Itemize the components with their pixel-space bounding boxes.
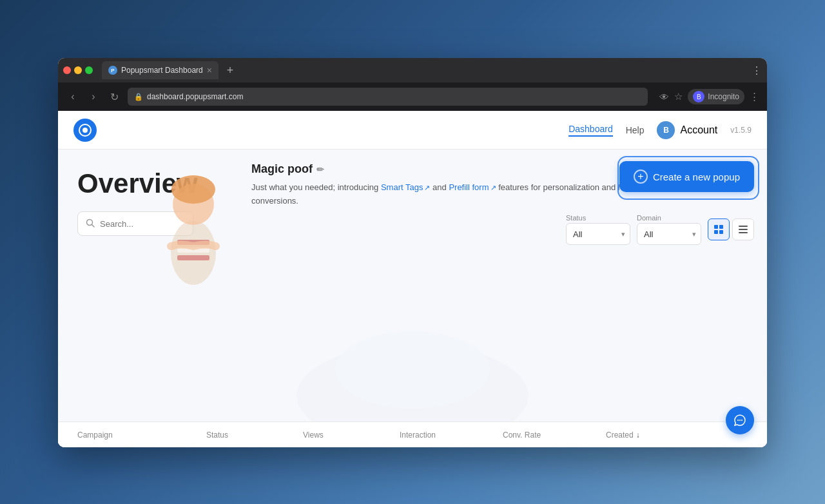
edit-icon: ✏ <box>316 164 324 175</box>
main-content: Overview <box>58 150 767 447</box>
tab-bar: P Popupsmart Dashboard × + ⋮ <box>58 58 767 82</box>
address-bar: ‹ › ↻ 🔒 dashboard.popupsmart.com 👁 ☆ B I… <box>58 82 767 111</box>
promo-text-middle: and <box>432 182 449 192</box>
address-icons: 👁 ☆ B Incognito ⋮ <box>659 89 759 104</box>
traffic-lights <box>63 66 93 74</box>
nav-dashboard[interactable]: Dashboard <box>568 124 613 137</box>
column-created: Created ↓ <box>606 431 640 440</box>
app-content: Dashboard Help B Account v1.5.9 Overview <box>58 111 767 447</box>
search-input[interactable] <box>100 219 185 229</box>
column-status: Status <box>206 431 303 440</box>
status-select-wrapper: All ▾ <box>566 223 630 245</box>
back-button[interactable]: ‹ <box>66 91 80 102</box>
close-window-button[interactable] <box>63 66 71 74</box>
prefill-form-link[interactable]: Prefill form <box>449 181 496 195</box>
create-popup-label: Create a new popup <box>653 171 740 182</box>
promo-text: Just what you needed; introducing Smart … <box>251 181 664 208</box>
promo-section: Magic poof ✏ Just what you needed; intro… <box>251 162 664 208</box>
list-view-button[interactable] <box>732 218 754 240</box>
tab-title: Popupsmart Dashboard <box>121 66 203 75</box>
svg-point-1 <box>82 128 88 133</box>
eye-slash-icon[interactable]: 👁 <box>659 92 669 102</box>
table-header: Campaign Status Views Interaction Conv. … <box>58 422 767 447</box>
minimize-window-button[interactable] <box>74 66 82 74</box>
promo-title-text: Magic poof <box>251 162 313 176</box>
status-label: Status <box>566 214 630 222</box>
tab-close-button[interactable]: × <box>207 65 212 75</box>
incognito-badge[interactable]: B Incognito <box>688 89 744 104</box>
status-select[interactable]: All <box>566 223 630 245</box>
browser-tab-active[interactable]: P Popupsmart Dashboard × <box>102 61 218 79</box>
star-icon[interactable]: ☆ <box>674 91 683 102</box>
column-campaign: Campaign <box>77 431 206 440</box>
address-url: dashboard.popupsmart.com <box>147 92 243 101</box>
browser-menu-button[interactable]: ⋮ <box>752 64 762 77</box>
svg-rect-16 <box>739 232 748 233</box>
column-conv-rate: Conv. Rate <box>503 431 606 440</box>
svg-point-18 <box>335 331 490 409</box>
column-views: Views <box>303 431 400 440</box>
status-filter-group: Status All ▾ <box>566 214 630 245</box>
maximize-window-button[interactable] <box>85 66 93 74</box>
incognito-avatar: B <box>693 91 704 102</box>
reload-button[interactable]: ↻ <box>107 91 121 103</box>
domain-select-wrapper: All ▾ <box>637 223 701 245</box>
browser-options-icon[interactable]: ⋮ <box>750 91 759 102</box>
filters-row: Status All ▾ Domain All ▾ <box>566 214 754 245</box>
domain-select[interactable]: All <box>637 223 701 245</box>
tab-favicon: P <box>108 66 117 75</box>
search-icon <box>86 218 95 229</box>
address-input[interactable]: 🔒 dashboard.popupsmart.com <box>128 88 648 106</box>
svg-line-3 <box>92 224 95 227</box>
promo-title: Magic poof ✏ <box>251 162 664 176</box>
svg-rect-10 <box>714 225 718 229</box>
svg-rect-8 <box>177 247 209 253</box>
top-nav: Dashboard Help B Account v1.5.9 <box>58 111 767 150</box>
column-interaction: Interaction <box>400 431 503 440</box>
create-popup-button[interactable]: + Create a new popup <box>619 161 754 192</box>
grid-view-button[interactable] <box>708 218 730 240</box>
svg-rect-9 <box>177 255 209 260</box>
chat-button[interactable] <box>726 406 754 434</box>
svg-point-20 <box>739 420 741 421</box>
app-version: v1.5.9 <box>730 126 752 135</box>
browser-window: P Popupsmart Dashboard × + ⋮ ‹ › ↻ 🔒 das… <box>58 58 767 447</box>
domain-label: Domain <box>637 214 701 222</box>
svg-rect-12 <box>714 230 718 234</box>
svg-rect-7 <box>177 240 209 245</box>
svg-point-17 <box>296 344 529 422</box>
nav-account[interactable]: B Account <box>657 121 717 139</box>
plus-circle-icon: + <box>634 170 648 184</box>
svg-rect-11 <box>719 225 723 229</box>
account-label: Account <box>680 124 717 136</box>
svg-rect-15 <box>739 229 748 230</box>
svg-rect-13 <box>719 230 723 234</box>
smart-tags-link[interactable]: Smart Tags <box>381 181 431 195</box>
view-toggle <box>708 218 754 240</box>
lock-icon: 🔒 <box>134 93 143 101</box>
domain-filter-group: Domain All ▾ <box>637 214 701 245</box>
new-tab-button[interactable]: + <box>222 63 238 78</box>
svg-point-21 <box>741 420 742 421</box>
search-bar[interactable] <box>77 211 193 236</box>
empty-state-bg <box>284 293 541 422</box>
app-logo <box>73 119 97 142</box>
nav-help[interactable]: Help <box>626 125 645 135</box>
promo-text-before: Just what you needed; introducing <box>251 182 381 192</box>
sort-arrow-icon[interactable]: ↓ <box>636 431 640 440</box>
svg-point-19 <box>737 420 739 421</box>
forward-button[interactable]: › <box>86 91 101 102</box>
account-avatar: B <box>657 121 675 139</box>
incognito-label: Incognito <box>708 92 739 101</box>
svg-rect-14 <box>739 226 748 227</box>
